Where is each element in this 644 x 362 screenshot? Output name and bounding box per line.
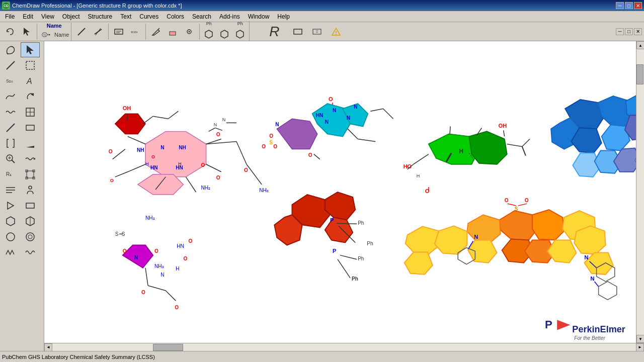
select-button[interactable] bbox=[19, 24, 35, 40]
menu-structure[interactable]: Structure bbox=[84, 12, 117, 21]
lt-magnify[interactable] bbox=[1, 151, 20, 166]
lt-grid-select[interactable] bbox=[21, 105, 40, 120]
menu-addins[interactable]: Add-ins bbox=[215, 12, 244, 21]
menu-file[interactable]: File bbox=[1, 12, 19, 21]
lt-arrow-select[interactable] bbox=[21, 42, 40, 57]
svg-line-119 bbox=[209, 128, 215, 131]
ph-button[interactable] bbox=[202, 26, 216, 42]
text-box-button[interactable] bbox=[111, 24, 127, 40]
name-to-structure-button[interactable]: N bbox=[39, 29, 53, 40]
svg-line-9 bbox=[96, 28, 101, 35]
scroll-right-button[interactable]: ► bbox=[636, 343, 644, 351]
lt-circle2[interactable] bbox=[21, 229, 40, 244]
sgroup-button[interactable] bbox=[290, 24, 306, 40]
svg-point-62 bbox=[28, 235, 32, 239]
lt-freehand[interactable] bbox=[1, 89, 20, 104]
svg-text:O: O bbox=[273, 144, 277, 149]
lt-bond-line[interactable] bbox=[1, 58, 20, 73]
svg-line-162 bbox=[504, 130, 505, 136]
scroll-thumb[interactable] bbox=[636, 64, 643, 84]
lt-s20-text[interactable]: S₂₀ bbox=[1, 73, 20, 88]
lt-font-tool[interactable]: A bbox=[21, 73, 40, 88]
lt-lasso-select[interactable] bbox=[1, 42, 20, 57]
ring-button[interactable] bbox=[216, 26, 232, 42]
lt-zigzag[interactable] bbox=[1, 245, 20, 260]
scroll-down-button[interactable]: ▼ bbox=[636, 335, 644, 343]
ph2-button[interactable] bbox=[233, 26, 247, 42]
single-bond-button[interactable] bbox=[73, 24, 90, 40]
undo-button[interactable] bbox=[2, 24, 18, 40]
menu-help[interactable]: Help bbox=[273, 12, 294, 21]
svg-marker-192 bbox=[467, 215, 500, 242]
svg-marker-216 bbox=[557, 320, 570, 330]
menu-curves[interactable]: Curves bbox=[135, 12, 163, 21]
drawing-canvas[interactable]: O NH bbox=[44, 41, 636, 343]
lt-rect-select[interactable] bbox=[21, 58, 40, 73]
lt-rotate[interactable] bbox=[21, 89, 40, 104]
svg-rect-30 bbox=[26, 61, 34, 69]
lt-r-group[interactable]: R₁ bbox=[1, 167, 20, 182]
pencil-button[interactable] bbox=[148, 24, 164, 40]
lt-rect2[interactable] bbox=[21, 198, 40, 213]
left-toolbar: S₂₀ A bbox=[0, 41, 44, 351]
atom-button[interactable] bbox=[181, 24, 197, 40]
menu-view[interactable]: View bbox=[37, 12, 58, 21]
lt-multiline[interactable] bbox=[1, 183, 20, 198]
svg-text:O: O bbox=[269, 133, 273, 139]
svg-line-88 bbox=[236, 141, 247, 164]
inner-maximize[interactable]: □ bbox=[625, 28, 633, 35]
lt-single-bond[interactable] bbox=[1, 120, 20, 135]
svg-text:Ph: Ph bbox=[367, 241, 373, 246]
warning-button[interactable] bbox=[328, 24, 344, 40]
lt-circle1[interactable] bbox=[1, 229, 20, 244]
lt-push-arrow[interactable] bbox=[21, 151, 40, 166]
toolbar: Name N Name RXN bbox=[0, 22, 644, 41]
svg-line-14 bbox=[158, 28, 159, 30]
lt-wave3[interactable] bbox=[21, 245, 40, 260]
svg-text:O: O bbox=[109, 149, 113, 154]
lt-wavy[interactable] bbox=[1, 105, 20, 120]
svg-text:O: O bbox=[308, 152, 312, 158]
menu-search[interactable]: Search bbox=[188, 12, 215, 21]
minimize-button[interactable]: ─ bbox=[616, 2, 624, 9]
lt-bracket2[interactable] bbox=[21, 167, 40, 182]
svg-line-166 bbox=[522, 147, 526, 156]
svg-line-137 bbox=[314, 154, 320, 159]
lt-play[interactable] bbox=[1, 198, 20, 213]
lt-bracket[interactable] bbox=[1, 136, 20, 151]
inner-minimize[interactable]: ─ bbox=[616, 28, 624, 35]
eraser-button[interactable] bbox=[165, 24, 181, 40]
svg-text:N: N bbox=[134, 255, 138, 260]
scroll-track[interactable] bbox=[636, 49, 644, 335]
lt-person[interactable] bbox=[21, 183, 40, 198]
rxn-button[interactable]: RXN bbox=[127, 24, 143, 40]
window-controls[interactable]: ─ □ ✕ bbox=[616, 2, 642, 9]
double-bond-button[interactable] bbox=[90, 24, 106, 40]
menu-window[interactable]: Window bbox=[244, 12, 274, 21]
svg-text:O: O bbox=[244, 167, 248, 173]
menu-object[interactable]: Object bbox=[58, 12, 84, 21]
svg-line-92 bbox=[128, 164, 145, 172]
binap-structure: P P Ph Ph Ph Ph bbox=[274, 192, 373, 282]
horizontal-scrollbar[interactable]: ◄ ► bbox=[44, 343, 644, 351]
scroll-left-button[interactable]: ◄ bbox=[44, 343, 52, 351]
inner-close[interactable]: ✕ bbox=[634, 28, 642, 35]
lt-hex1[interactable] bbox=[1, 214, 20, 229]
scroll-up-button[interactable]: ▲ bbox=[636, 41, 644, 49]
menu-text[interactable]: Text bbox=[116, 12, 135, 21]
vertical-scrollbar[interactable]: ▲ ▼ bbox=[636, 41, 644, 343]
hscroll-thumb[interactable] bbox=[153, 344, 183, 351]
query-button[interactable] bbox=[309, 24, 325, 40]
menu-edit[interactable]: Edit bbox=[19, 12, 37, 21]
svg-text:N: N bbox=[584, 254, 588, 260]
close-button[interactable]: ✕ bbox=[634, 2, 642, 9]
lt-hex2[interactable] bbox=[21, 214, 40, 229]
svg-text:N: N bbox=[222, 117, 226, 122]
lt-rect-bond[interactable] bbox=[21, 120, 40, 135]
maximize-button[interactable]: □ bbox=[625, 2, 633, 9]
svg-text:O: O bbox=[525, 198, 529, 203]
hscroll-track[interactable] bbox=[52, 343, 636, 351]
lt-wedge-bond[interactable] bbox=[21, 136, 40, 151]
svg-text:H: H bbox=[176, 266, 179, 272]
menu-colors[interactable]: Colors bbox=[163, 12, 188, 21]
